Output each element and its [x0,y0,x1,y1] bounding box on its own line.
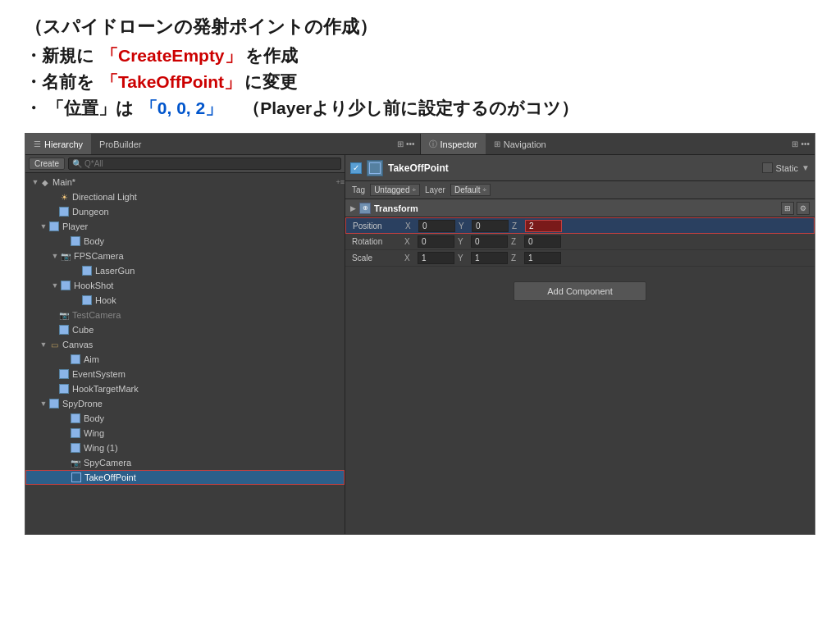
tree-item-hook[interactable]: Hook [25,293,345,308]
hierarchy-tree: ◆ Main* +≡ ☀ Directional Light Dungeon [25,173,345,534]
lasergun-icon [81,265,93,276]
spydrone-label: SpyDrone [62,399,103,409]
hookshot-label: HookShot [74,281,113,290]
wing1-label: Wing (1) [84,443,118,453]
rotation-x-input[interactable] [418,235,454,248]
bullet-2: ・名前を 「TakeOffPoint」 に変更 [25,71,815,94]
tab-inspector[interactable]: ⓘ Inspector [421,134,486,154]
layer-dropdown[interactable]: Default ÷ [450,184,491,196]
add-component-button[interactable]: Add Component [514,281,646,301]
main-add-icon: +≡ [336,178,345,186]
canvas-label: Canvas [62,340,93,349]
tab-probuilder[interactable]: ProBuilder [91,134,149,154]
transform-expand-arrow[interactable]: ▶ [350,204,356,212]
annotation-area: （スパイドローンの発射ポイントの作成） ・新規に 「CreateEmpty」 を… [0,0,840,133]
rotation-y-label: Y [458,237,468,246]
bullet-3: ・ 「位置」は 「0, 0, 2」 （Playerより少し前に設定するのがコツ） [25,97,815,120]
tree-item-spycamera[interactable]: 📷 SpyCamera [25,455,345,470]
scale-label: Scale [352,253,401,262]
fpscamera-icon: 📷 [60,250,71,262]
tree-item-wing1[interactable]: Wing (1) [25,441,345,455]
player-icon [48,221,60,232]
layer-arrow: ÷ [483,186,486,194]
rotation-y-input[interactable] [471,235,508,248]
tree-item-spydrone[interactable]: SpyDrone [25,396,345,411]
tree-item-canvas[interactable]: ▭ Canvas [25,337,345,352]
scale-xyz: X Y Z [404,252,808,264]
canvas-icon: ▭ [48,339,60,350]
tree-item-body-spydrone[interactable]: Body [25,411,345,426]
canvas-arrow [39,340,48,349]
body-spydrone-icon [70,413,81,424]
tree-item-player[interactable]: Player [25,219,345,234]
scale-z-input[interactable] [524,252,561,264]
hookshot-arrow [50,281,60,290]
tree-item-directional-light[interactable]: ☀ Directional Light [25,189,345,204]
static-dropdown-arrow[interactable]: ▼ [801,163,810,172]
inspector-panel: TakeOffPoint Static ▼ Tag Untagged ÷ Lay… [345,155,815,534]
fpscamera-label: FPSCamera [74,251,124,261]
position-x-input[interactable] [418,220,455,232]
tab-bar: ☰ Hierarchy ProBuilder ⊞ ••• ⓘ Inspector… [25,134,815,155]
position-y-input[interactable] [472,220,509,232]
position-xyz: X Y Z [405,220,807,232]
left-tab-section: ☰ Hierarchy ProBuilder ⊞ ••• [25,134,420,154]
right-tab-section: ⓘ Inspector ⊞ Navigation ⊞ ••• [420,134,815,154]
create-button[interactable]: Create [29,158,65,170]
dungeon-icon [58,206,70,217]
transform-settings-btn[interactable]: ⊞ [781,202,794,215]
spycamera-icon: 📷 [70,457,81,468]
scene-icon: ◆ [40,177,50,187]
tree-item-dungeon[interactable]: Dungeon [25,204,345,219]
position-z-input[interactable] [525,220,562,232]
tree-item-eventsystem[interactable]: EventSystem [25,367,345,381]
player-arrow [39,222,48,231]
bullet-1: ・新規に 「CreateEmpty」 を作成 [25,44,815,67]
editor-content: Create 🔍 ◆ Main* +≡ ☀ Dire [25,155,815,534]
tree-item-fpscamera[interactable]: 📷 FPSCamera [25,249,345,263]
inspector-header: TakeOffPoint Static ▼ [345,155,815,181]
cube-label: Cube [72,325,94,335]
tree-item-main[interactable]: ◆ Main* +≡ [25,175,345,189]
hooktargetmark-label: HookTargetMark [72,384,139,394]
tree-item-cube[interactable]: Cube [25,322,345,337]
cube-icon [58,324,70,336]
tab-navigation[interactable]: ⊞ Navigation [486,134,555,154]
tree-item-wing[interactable]: Wing [25,426,345,441]
tree-item-body-player[interactable]: Body [25,234,345,249]
tag-dropdown[interactable]: Untagged ÷ [370,184,420,196]
hierarchy-icon: ☰ [34,139,41,148]
tab-hierarchy[interactable]: ☰ Hierarchy [25,134,91,154]
tree-item-lasergun[interactable]: LaserGun [25,263,345,278]
lasergun-label: LaserGun [95,266,135,276]
static-section: Static ▼ [762,162,810,173]
search-input[interactable] [84,159,337,168]
probuilder-tab-label: ProBuilder [99,139,141,149]
transform-gear-btn[interactable]: ⚙ [797,202,810,215]
transform-label: Transform [374,203,778,213]
takeoffpoint-icon [71,472,82,483]
scale-row: Scale X Y Z [345,250,815,267]
object-name: TakeOffPoint [388,162,757,174]
fpscamera-arrow [50,252,60,260]
static-checkbox[interactable] [762,162,773,173]
inspector-icon: ⓘ [429,139,437,150]
hierarchy-toolbar: Create 🔍 [25,155,345,173]
main-arrow [30,178,40,186]
eventsystem-label: EventSystem [72,369,126,379]
rotation-z-input[interactable] [524,235,561,248]
tree-item-aim[interactable]: Aim [25,352,345,367]
tree-item-hookshot[interactable]: HookShot [25,278,345,293]
wing1-icon [70,442,81,454]
tree-item-takeoffpoint[interactable]: TakeOffPoint [25,470,345,485]
tree-item-testcamera[interactable]: 📷 TestCamera [25,308,345,322]
scale-x-input[interactable] [418,252,454,264]
right-pin-icon: ••• [801,139,810,148]
scale-y-input[interactable] [471,252,508,264]
tree-item-hooktargetmark[interactable]: HookTargetMark [25,381,345,396]
inspector-tab-label: Inspector [441,139,477,149]
left-tab-lock: ⊞ ••• [392,134,420,154]
body-spydrone-label: Body [84,413,104,423]
active-checkbox[interactable] [350,162,362,174]
tag-label: Tag [352,185,365,194]
